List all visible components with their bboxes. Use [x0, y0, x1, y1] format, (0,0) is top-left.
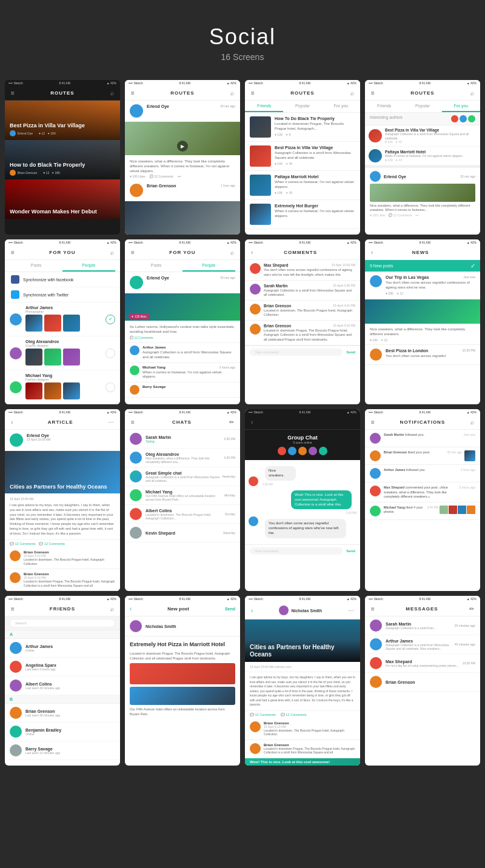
group-send-btn[interactable]: Send	[346, 549, 355, 553]
nav-bar-1[interactable]: ≡ ROUTES ⌕	[5, 86, 120, 101]
comment-send-btn[interactable]: Send	[346, 350, 355, 354]
person-3[interactable]: Michael Yang Fashion designer	[5, 370, 120, 404]
back-icon-11[interactable]: ‹	[251, 419, 253, 426]
msg-item-2[interactable]: Arthur James Autograph Collection is a s…	[365, 635, 480, 654]
chat-item-2[interactable]: Oleg Alexandrov Nice sneakers, what a di…	[125, 449, 240, 467]
back-icon-14[interactable]: ‹	[130, 606, 132, 612]
tab-posts-6[interactable]: Posts	[130, 260, 182, 272]
article-comments-link[interactable]: 💬 12 Comments 💬 12 Comments	[5, 539, 120, 547]
search-icon-13[interactable]: ⌕	[110, 606, 114, 612]
comments-link[interactable]: 💬 12 Comments	[130, 336, 235, 339]
comment-input-bar[interactable]: Your comment... Send	[245, 346, 360, 358]
play-icon[interactable]: ▶	[177, 141, 188, 152]
post-item-2[interactable]: Best Pizza in Villa Var Village Autograp…	[245, 142, 360, 171]
menu-icon-4[interactable]: ≡	[371, 90, 375, 96]
nav-bar-10[interactable]: ≡ Chats ✏	[125, 415, 240, 430]
share-icon-15[interactable]: ⋯	[348, 607, 354, 614]
tab-foryou-4[interactable]: For you	[442, 101, 480, 112]
back-icon-15[interactable]: ‹	[251, 607, 253, 614]
route-card-pizza[interactable]: Best Pizza in Villa Var Village Erlend O…	[5, 101, 120, 140]
comment-input[interactable]: Your comment...	[250, 349, 343, 356]
nav-bar-13[interactable]: ≡ Friends ⌕	[5, 602, 120, 616]
friend-1[interactable]: Arthur James Online	[5, 639, 120, 658]
follow-btn-2[interactable]	[105, 349, 115, 358]
menu-icon-6[interactable]: ≡	[131, 249, 135, 256]
friends-search[interactable]: Search	[5, 616, 120, 630]
tab-people-6[interactable]: People	[182, 260, 235, 272]
friend-6[interactable]: Barry Savage Last seen 10 minutes ago	[5, 741, 120, 760]
follow-check-1[interactable]: ✓	[105, 315, 115, 324]
group-input[interactable]: Your comment...	[250, 547, 343, 555]
menu-icon-10[interactable]: ≡	[131, 419, 135, 426]
nav-bar-15[interactable]: ‹ Nicholas Smith ⋯	[245, 602, 360, 619]
chat-item-1[interactable]: Sarah Martin Typing... 2:30 PM	[125, 430, 240, 449]
new-post-header[interactable]: ‹ New post Send	[125, 602, 240, 616]
nav-bar-3[interactable]: ≡ ROUTES ⌕	[245, 86, 360, 101]
nav-bar-11[interactable]: ‹	[245, 415, 360, 430]
group-input-bar[interactable]: Your comment... Send	[245, 544, 360, 557]
tab-people-5[interactable]: People	[62, 260, 115, 272]
search-icon-5[interactable]: ⌕	[110, 249, 114, 256]
compose-icon[interactable]: ✏	[229, 419, 234, 426]
friend-5[interactable]: Benjamin Bradley Online	[5, 723, 120, 741]
new-post-send[interactable]: Send	[225, 607, 235, 611]
news-banner[interactable]: 9 New posts ✓	[365, 260, 480, 272]
friends-search-input[interactable]: Search	[10, 619, 115, 627]
search-icon-3[interactable]: ⌕	[350, 90, 354, 96]
msg-item-3[interactable]: Max Shepard I'm not a big fan of using o…	[365, 654, 480, 673]
post-item-1[interactable]: How To Do Black Tie Properly Located in …	[245, 113, 360, 142]
news-post-2[interactable]: Best Pizza in London 10:30 PM You don't …	[365, 345, 480, 365]
search-icon-1[interactable]: ⌕	[110, 90, 114, 96]
person-2[interactable]: Oleg Alexandrov Graphic designer	[5, 336, 120, 370]
tab-popular-4[interactable]: Popular	[403, 101, 441, 112]
chat-item-3[interactable]: Great Simple chat Autograph Collection i…	[125, 467, 240, 486]
friend-4[interactable]: Brian Grenson Last seen 30 minutes ago	[5, 704, 120, 723]
sync-twitter[interactable]: Synchronize with Twitter	[5, 287, 120, 302]
search-icon-6[interactable]: ⌕	[230, 249, 234, 256]
tab-friends[interactable]: Friends	[245, 101, 283, 112]
search-icon-4[interactable]: ⌕	[470, 90, 474, 96]
tab-friends-4[interactable]: Friends	[365, 101, 403, 112]
chat-item-4[interactable]: Michael Yang Our Fifth Avenue hotel offe…	[125, 486, 240, 505]
sync-facebook[interactable]: Synchronize with facebook	[5, 272, 120, 287]
compose-icon-16[interactable]: ✏	[469, 606, 474, 612]
author-item-2[interactable]: Pattaya Marriott Hotel When it comes to …	[365, 147, 480, 165]
nav-bar-4[interactable]: ≡ ROUTES ⌕	[365, 86, 480, 101]
author-item-1[interactable]: Best Pizza in Villa Var Village Autograp…	[365, 125, 480, 147]
person-1[interactable]: Arthur James Photographer ✓	[5, 302, 120, 336]
nav-bar-2[interactable]: ≡ ROUTES ⌕	[125, 86, 240, 101]
nav-bar-6[interactable]: ≡ For you ⌕	[125, 245, 240, 260]
search-icon-2[interactable]: ⌕	[230, 90, 234, 96]
tab-popular[interactable]: Popular	[283, 101, 321, 112]
back-icon-9[interactable]: ‹	[11, 419, 13, 426]
news-post-1[interactable]: Our Trip in Las Vegas Just now You don't…	[365, 272, 480, 299]
tab-posts-5[interactable]: Posts	[10, 260, 62, 272]
nav-bar-7[interactable]: ‹ Comments	[245, 245, 360, 260]
article-15-stats[interactable]: 💬 12 Comments 💬 12 Comments	[245, 710, 360, 718]
follow-btn-3[interactable]	[105, 382, 115, 392]
friend-3[interactable]: Albert Colins Last seen 30 minutes ago	[5, 676, 120, 695]
back-icon-7[interactable]: ‹	[251, 249, 253, 256]
menu-icon-16[interactable]: ≡	[371, 606, 375, 612]
nav-bar-8[interactable]: ‹ News	[365, 245, 480, 260]
route-card-tie[interactable]: How to do Black Tie Properly Brian Grens…	[5, 140, 120, 179]
nav-bar-12[interactable]: ≡ Notifications ⌕	[365, 415, 480, 430]
search-icon-12[interactable]: ⌕	[470, 419, 474, 426]
chat-item-5[interactable]: Albert Colins Located in downtown, The B…	[125, 505, 240, 524]
post-item-3[interactable]: Pattaya Marriott Hotel When it comes to …	[245, 171, 360, 200]
post-item-4[interactable]: Extremely Hot Burger When it comes to fo…	[245, 200, 360, 229]
back-icon-8[interactable]: ‹	[371, 249, 373, 256]
share-icon[interactable]: ⋯	[108, 419, 114, 426]
menu-icon-2[interactable]: ≡	[131, 90, 135, 96]
feed-item-1[interactable]: Erlend Oye 20 min ago	[125, 101, 240, 122]
nav-bar-5[interactable]: ≡ For you ⌕	[5, 245, 120, 260]
tab-foryou[interactable]: For you	[322, 101, 360, 112]
menu-icon-3[interactable]: ≡	[251, 90, 255, 96]
msg-item-1[interactable]: Sarah Martin Autograph Collection is a s…	[365, 616, 480, 635]
feed-item-2[interactable]: Brian Grenson 1 hour ago	[125, 181, 240, 201]
menu-icon-5[interactable]: ≡	[11, 249, 15, 256]
new-post-content[interactable]: Extremely Hot Pizza in Marriott Hotel Lo…	[125, 636, 240, 721]
friend-2[interactable]: Angelina Sparx Last seen 3 hours ago	[5, 658, 120, 676]
nav-bar-9[interactable]: ‹ Article ⋯	[5, 415, 120, 430]
chat-item-6[interactable]: Kevin Shepard Saturday	[125, 524, 240, 542]
